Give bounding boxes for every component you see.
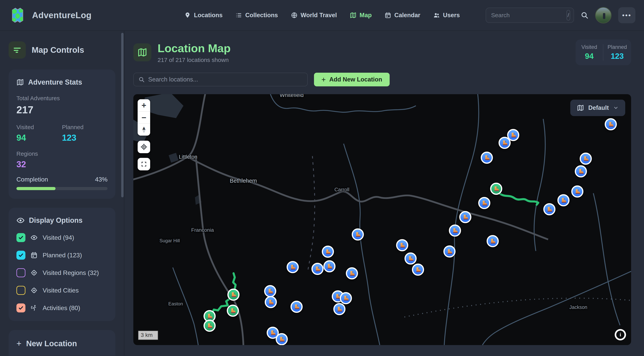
- brand[interactable]: AdventureLog: [8, 6, 92, 24]
- option-checkbox[interactable]: [16, 251, 26, 260]
- nav-item-users[interactable]: Users: [433, 12, 460, 19]
- map-marker-planned[interactable]: [286, 261, 299, 273]
- eye-icon: [30, 234, 38, 241]
- map-marker-planned[interactable]: [605, 118, 617, 130]
- map-marker-planned[interactable]: [449, 225, 461, 237]
- option-checkbox[interactable]: [16, 304, 26, 313]
- map-canvas[interactable]: WhitefieldLittletonBethlehemCarrollFranc…: [133, 94, 631, 345]
- map-icon: [350, 12, 356, 18]
- search-icon: [138, 76, 145, 83]
- place-label-littleton: Littleton: [179, 154, 198, 160]
- display-option-row[interactable]: Visited Cities: [16, 286, 108, 295]
- attribution-info-button[interactable]: i: [615, 329, 626, 340]
- sidebar-map-controls: Map Controls Adventure Stats Total Adven…: [0, 31, 124, 356]
- map-marker-visited[interactable]: [227, 289, 240, 301]
- map-marker-visited[interactable]: [490, 183, 502, 195]
- hiking-boot-icon: [481, 200, 488, 206]
- hiking-boot-icon: [493, 186, 499, 192]
- map-marker-visited[interactable]: [204, 320, 216, 332]
- map-marker-planned[interactable]: [264, 285, 276, 297]
- sidebar-scrollbar[interactable]: [121, 33, 124, 197]
- map-marker-planned[interactable]: [558, 194, 570, 206]
- nav-item-map[interactable]: Map: [350, 12, 372, 19]
- map-marker-planned[interactable]: [323, 260, 336, 272]
- sidebar-title: Map Controls: [32, 45, 84, 55]
- hiking-boot-icon: [462, 214, 468, 220]
- hiking-boot-icon: [270, 330, 276, 336]
- location-search-input[interactable]: [148, 76, 303, 83]
- map-marker-planned[interactable]: [498, 137, 511, 149]
- overflow-menu-button[interactable]: •••: [618, 7, 636, 23]
- map-marker-planned[interactable]: [543, 203, 556, 215]
- fullscreen-button[interactable]: [138, 158, 150, 170]
- hiking-boot-icon: [582, 156, 589, 162]
- nav-item-calendar[interactable]: Calendar: [384, 12, 420, 19]
- map-marker-planned[interactable]: [352, 228, 364, 241]
- place-label-bethlehem: Bethlehem: [230, 177, 257, 184]
- hiking-boot-icon: [355, 231, 361, 238]
- display-option-row[interactable]: Visited (94): [16, 233, 108, 242]
- map-marker-planned[interactable]: [312, 263, 324, 275]
- adventurelog-logo-icon: [8, 6, 26, 24]
- calendar-icon: [30, 252, 38, 259]
- new-location-card: + New Location Click on the map to place…: [8, 330, 115, 356]
- map-marker-planned[interactable]: [276, 333, 288, 345]
- hiking-boot-icon: [452, 227, 458, 234]
- place-label-jackson: Jackson: [569, 305, 587, 310]
- map-marker-planned[interactable]: [412, 264, 424, 276]
- map-marker-planned[interactable]: [340, 292, 352, 304]
- map-marker-planned[interactable]: [346, 267, 358, 279]
- display-option-row[interactable]: Planned (123): [16, 251, 108, 260]
- layer-selector[interactable]: Default: [570, 100, 625, 116]
- hiking-boot-icon: [294, 304, 300, 310]
- map-marker-planned[interactable]: [478, 197, 490, 209]
- map-marker-planned[interactable]: [486, 235, 499, 247]
- global-search-input[interactable]: [491, 12, 566, 18]
- search-button[interactable]: [581, 11, 588, 19]
- hiking-boot-icon: [608, 121, 614, 127]
- hiking-boot-icon: [399, 242, 405, 248]
- add-new-location-button[interactable]: + Add New Location: [314, 73, 390, 86]
- map-marker-planned[interactable]: [333, 303, 346, 315]
- hiking-boot-icon: [267, 288, 273, 294]
- map-marker-planned[interactable]: [575, 165, 587, 177]
- completion-label: Completion: [16, 176, 48, 183]
- locate-me-button[interactable]: [138, 141, 150, 153]
- map-marker-planned[interactable]: [444, 245, 456, 258]
- map-marker-planned[interactable]: [322, 246, 334, 258]
- zoom-out-button[interactable]: −: [138, 111, 150, 123]
- map-marker-planned[interactable]: [396, 239, 408, 251]
- badge-visited-value: 94: [576, 52, 603, 60]
- nav-item-world-travel[interactable]: World Travel: [291, 12, 337, 19]
- nav-item-collections[interactable]: Collections: [236, 12, 278, 19]
- navbar-right: / •••: [486, 7, 636, 23]
- place-label-whitefield: Whitefield: [280, 94, 304, 98]
- option-checkbox[interactable]: [16, 286, 26, 295]
- display-option-row[interactable]: Visited Regions (32): [16, 268, 108, 277]
- display-options-card: Display Options Visited (94) Planned (12…: [8, 208, 115, 321]
- compass-button[interactable]: ▲▼: [138, 123, 150, 136]
- zoom-in-button[interactable]: +: [138, 99, 150, 111]
- map-marker-visited[interactable]: [227, 305, 239, 317]
- nav-item-locations[interactable]: Locations: [184, 12, 222, 19]
- location-search[interactable]: [133, 73, 308, 86]
- map-marker-planned[interactable]: [265, 296, 277, 308]
- map-marker-planned[interactable]: [481, 152, 493, 164]
- hiking-boot-icon: [325, 249, 331, 255]
- hiking-boot-icon: [560, 197, 566, 203]
- display-option-row[interactable]: Activities (80): [16, 304, 108, 313]
- user-avatar[interactable]: [595, 7, 612, 23]
- global-search[interactable]: /: [486, 8, 574, 23]
- hiking-boot-icon: [578, 168, 584, 174]
- map-marker-planned[interactable]: [571, 185, 584, 198]
- option-checkbox[interactable]: [16, 233, 26, 242]
- target-icon: [30, 287, 38, 294]
- map-layers-icon: [577, 104, 584, 111]
- map-marker-planned[interactable]: [580, 153, 592, 165]
- map-marker-planned[interactable]: [404, 252, 417, 265]
- search-shortcut-badge: /: [566, 10, 570, 20]
- map-marker-planned[interactable]: [459, 211, 471, 223]
- map-marker-planned[interactable]: [290, 301, 303, 313]
- hiking-boot-icon: [278, 336, 285, 342]
- option-checkbox[interactable]: [16, 268, 26, 277]
